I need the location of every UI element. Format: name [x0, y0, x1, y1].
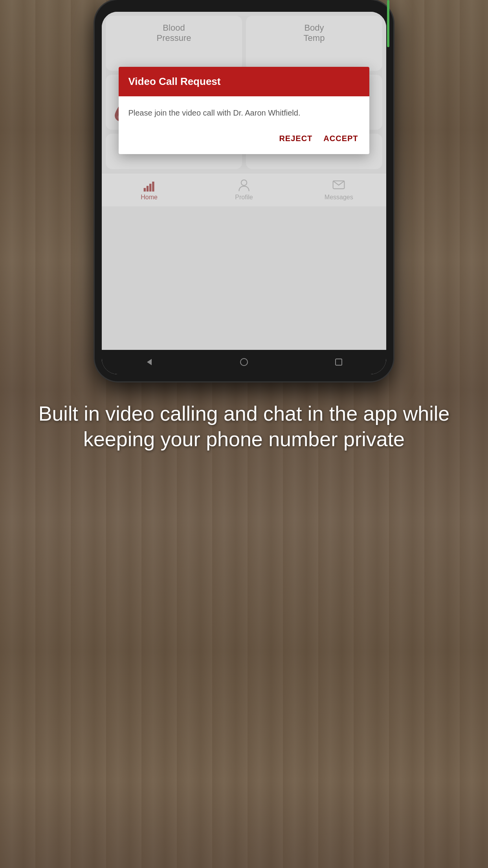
dialog-title: Video Call Request	[128, 75, 360, 88]
promo-text: Built in video calling and chat in the a…	[24, 401, 464, 452]
phone-frame: BloodPressure BodyTemp Glucose	[95, 0, 393, 381]
svg-rect-9	[336, 359, 342, 365]
svg-point-8	[240, 359, 248, 366]
reject-button[interactable]: REJECT	[277, 131, 314, 146]
phone-screen: BloodPressure BodyTemp Glucose	[102, 12, 386, 374]
dialog-overlay: Video Call Request Please join the video…	[102, 12, 386, 350]
video-call-dialog: Video Call Request Please join the video…	[119, 67, 369, 154]
dialog-header: Video Call Request	[119, 67, 369, 96]
android-recent-button[interactable]	[332, 355, 345, 369]
android-home-button[interactable]	[237, 355, 251, 369]
scroll-indicator	[387, 0, 389, 47]
accept-button[interactable]: ACCEPT	[322, 131, 360, 146]
dialog-message: Please join the video call with Dr. Aaro…	[128, 107, 360, 118]
promo-text-area: Built in video calling and chat in the a…	[0, 381, 488, 476]
android-nav-bar	[102, 350, 386, 374]
svg-marker-7	[147, 359, 152, 365]
dialog-body: Please join the video call with Dr. Aaro…	[119, 96, 369, 125]
android-back-button[interactable]	[143, 355, 156, 369]
dialog-actions: REJECT ACCEPT	[119, 125, 369, 154]
app-content: BloodPressure BodyTemp Glucose	[102, 12, 386, 350]
